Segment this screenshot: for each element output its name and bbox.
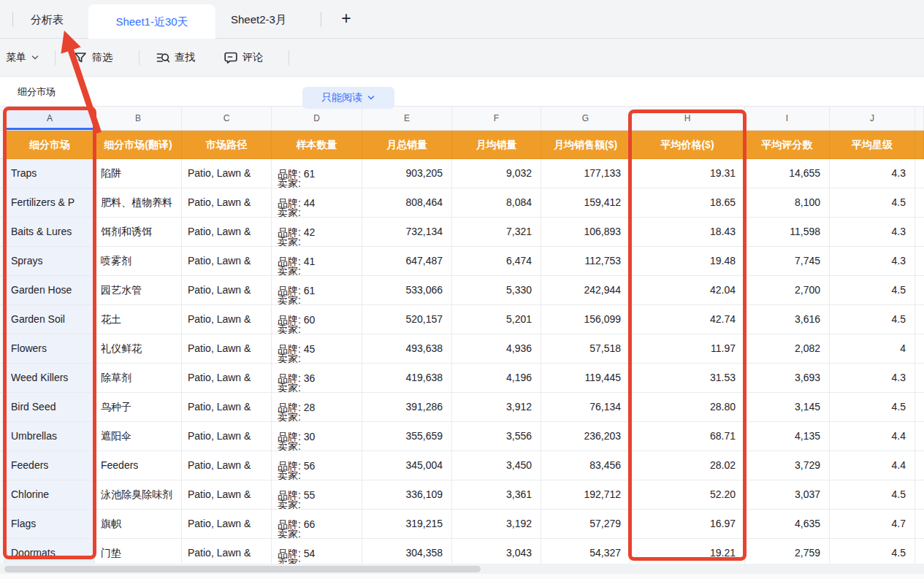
cell-I-3[interactable]: 11,598 <box>745 218 830 247</box>
cell-F-1[interactable]: 9,032 <box>452 159 541 188</box>
cell-clipped[interactable] <box>915 305 924 334</box>
table-header-cell[interactable]: 平均星级 <box>830 131 915 159</box>
cell-F-14[interactable]: 3,043 <box>452 539 541 564</box>
cell-G-10[interactable]: 236,203 <box>541 422 630 451</box>
cell-C-13[interactable]: Patio, Lawn & <box>182 510 272 539</box>
table-header-cell[interactable]: 平均价格($) <box>630 131 745 159</box>
cell-F-11[interactable]: 3,450 <box>452 451 541 480</box>
cell-E-11[interactable]: 345,004 <box>362 451 452 480</box>
table-header-cell[interactable]: 平均评分数 <box>745 131 830 159</box>
cell-I-11[interactable]: 3,729 <box>745 451 830 480</box>
cell-I-1[interactable]: 14,655 <box>745 159 830 188</box>
cell-B-11[interactable]: Feeders <box>95 451 182 480</box>
cell-A-2[interactable]: Fertilizers & P <box>5 188 95 218</box>
cell-A-7[interactable]: Flowers <box>5 334 95 364</box>
cell-C-3[interactable]: Patio, Lawn & <box>182 218 272 247</box>
cell-clipped[interactable] <box>915 364 924 393</box>
cell-I-12[interactable]: 3,037 <box>745 480 830 510</box>
cell-F-10[interactable]: 3,556 <box>452 422 541 451</box>
cell-clipped[interactable] <box>915 510 924 539</box>
cell-sample-3[interactable]: 品牌: 42卖家: <box>272 218 362 247</box>
cell-I-5[interactable]: 2,700 <box>745 276 830 305</box>
cell-J-7[interactable]: 4 <box>830 334 915 364</box>
cell-A-13[interactable]: Flags <box>5 510 95 539</box>
column-header-A[interactable]: A <box>5 107 95 131</box>
cell-E-3[interactable]: 732,134 <box>362 218 452 247</box>
cell-A-1[interactable]: Traps <box>5 159 95 188</box>
cell-B-6[interactable]: 花土 <box>95 305 182 334</box>
table-header-cell[interactable]: 月均销售额($) <box>541 131 630 159</box>
cell-B-7[interactable]: 礼仪鲜花 <box>95 334 182 364</box>
cell-H-12[interactable]: 52.20 <box>630 480 745 510</box>
cell-sample-7[interactable]: 品牌: 45卖家: <box>272 334 362 364</box>
cell-sample-10[interactable]: 品牌: 30卖家: <box>272 422 362 451</box>
cell-H-10[interactable]: 68.71 <box>630 422 745 451</box>
cell-A-3[interactable]: Baits & Lures <box>5 218 95 247</box>
table-header-cell[interactable]: 月总销量 <box>362 131 452 159</box>
table-header-cell-clipped[interactable] <box>915 131 924 159</box>
cell-G-12[interactable]: 192,712 <box>541 480 630 510</box>
cell-clipped[interactable] <box>915 188 924 218</box>
cell-B-13[interactable]: 旗帜 <box>95 510 182 539</box>
cell-clipped[interactable] <box>915 159 924 188</box>
cell-E-8[interactable]: 419,638 <box>362 364 452 393</box>
cell-J-12[interactable]: 4.5 <box>830 480 915 510</box>
cell-J-8[interactable]: 4.3 <box>830 364 915 393</box>
cell-C-4[interactable]: Patio, Lawn & <box>182 247 272 276</box>
cell-J-2[interactable]: 4.5 <box>830 188 915 218</box>
cell-clipped[interactable] <box>915 422 924 451</box>
cell-B-1[interactable]: 陷阱 <box>95 159 182 188</box>
menu-button[interactable]: 菜单 <box>6 39 39 77</box>
cell-clipped[interactable] <box>915 451 924 480</box>
cell-E-14[interactable]: 304,358 <box>362 539 452 564</box>
cell-E-2[interactable]: 808,464 <box>362 188 452 218</box>
cell-I-13[interactable]: 4,635 <box>745 510 830 539</box>
cell-sample-12[interactable]: 品牌: 55卖家: <box>272 480 362 510</box>
cell-F-4[interactable]: 6,474 <box>452 247 541 276</box>
cell-H-1[interactable]: 19.31 <box>630 159 745 188</box>
cell-C-11[interactable]: Patio, Lawn & <box>182 451 272 480</box>
cell-I-9[interactable]: 3,145 <box>745 393 830 422</box>
cell-H-4[interactable]: 19.48 <box>630 247 745 276</box>
cell-E-9[interactable]: 391,286 <box>362 393 452 422</box>
table-header-cell[interactable]: 市场路径 <box>182 131 272 159</box>
cell-B-12[interactable]: 泳池除臭除味剂 <box>95 480 182 510</box>
cell-J-9[interactable]: 4.5 <box>830 393 915 422</box>
table-header-cell[interactable]: 细分市场(翻译) <box>95 131 182 159</box>
cell-E-7[interactable]: 493,638 <box>362 334 452 364</box>
cell-H-9[interactable]: 28.80 <box>630 393 745 422</box>
cell-J-5[interactable]: 4.5 <box>830 276 915 305</box>
cell-G-3[interactable]: 106,893 <box>541 218 630 247</box>
cell-G-5[interactable]: 242,944 <box>541 276 630 305</box>
cell-G-2[interactable]: 159,412 <box>541 188 630 218</box>
cell-F-12[interactable]: 3,361 <box>452 480 541 510</box>
column-header-B[interactable]: B <box>95 107 182 131</box>
cell-G-6[interactable]: 156,099 <box>541 305 630 334</box>
cell-J-11[interactable]: 4.4 <box>830 451 915 480</box>
cell-J-6[interactable]: 4.5 <box>830 305 915 334</box>
column-header-I[interactable]: I <box>745 107 830 131</box>
cell-G-1[interactable]: 177,133 <box>541 159 630 188</box>
cell-C-7[interactable]: Patio, Lawn & <box>182 334 272 364</box>
cell-G-7[interactable]: 57,518 <box>541 334 630 364</box>
cell-H-6[interactable]: 42.74 <box>630 305 745 334</box>
cell-A-5[interactable]: Garden Hose <box>5 276 95 305</box>
cell-F-2[interactable]: 8,084 <box>452 188 541 218</box>
cell-clipped[interactable] <box>915 218 924 247</box>
comment-button[interactable]: 评论 <box>224 39 263 77</box>
cell-clipped[interactable] <box>915 480 924 510</box>
cell-clipped[interactable] <box>915 247 924 276</box>
cell-I-10[interactable]: 4,135 <box>745 422 830 451</box>
cell-H-3[interactable]: 18.43 <box>630 218 745 247</box>
cell-sample-1[interactable]: 品牌: 61卖家: <box>272 159 362 188</box>
cell-H-11[interactable]: 28.02 <box>630 451 745 480</box>
cell-H-7[interactable]: 11.97 <box>630 334 745 364</box>
cell-I-14[interactable]: 2,759 <box>745 539 830 564</box>
cell-B-14[interactable]: 门垫 <box>95 539 182 564</box>
cell-C-2[interactable]: Patio, Lawn & <box>182 188 272 218</box>
cell-B-9[interactable]: 鸟种子 <box>95 393 182 422</box>
cell-C-12[interactable]: Patio, Lawn & <box>182 480 272 510</box>
cell-C-6[interactable]: Patio, Lawn & <box>182 305 272 334</box>
cell-I-2[interactable]: 8,100 <box>745 188 830 218</box>
cell-E-6[interactable]: 520,157 <box>362 305 452 334</box>
